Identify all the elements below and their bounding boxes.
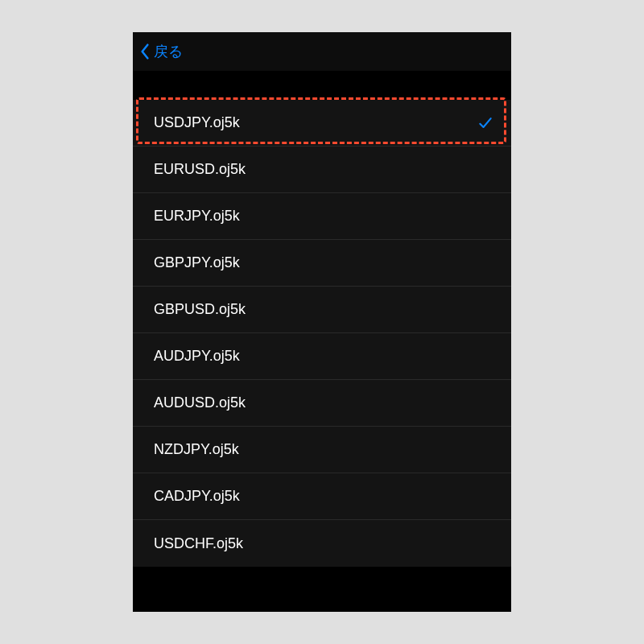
list-item-label: NZDJPY.oj5k: [154, 441, 239, 458]
bottom-spacer: [133, 567, 511, 607]
list-item-label: GBPJPY.oj5k: [154, 254, 240, 271]
list-item[interactable]: USDCHF.oj5k: [133, 520, 511, 567]
list-item[interactable]: AUDUSD.oj5k: [133, 380, 511, 427]
list-item-label: EURJPY.oj5k: [154, 208, 240, 225]
phone-screen: 戻る USDJPY.oj5kEURUSD.oj5kEURJPY.oj5kGBPJ…: [133, 32, 511, 612]
check-icon: [477, 115, 493, 131]
list-item-label: GBPUSD.oj5k: [154, 301, 246, 318]
list-item[interactable]: EURJPY.oj5k: [133, 193, 511, 240]
list-item[interactable]: GBPJPY.oj5k: [133, 240, 511, 287]
list-item-label: CADJPY.oj5k: [154, 488, 240, 505]
spacer-bar: [133, 71, 511, 100]
list-item-label: AUDJPY.oj5k: [154, 348, 240, 365]
symbol-list: USDJPY.oj5kEURUSD.oj5kEURJPY.oj5kGBPJPY.…: [133, 100, 511, 567]
list-item[interactable]: USDJPY.oj5k: [133, 100, 511, 147]
back-label: 戻る: [154, 42, 183, 61]
list-item[interactable]: EURUSD.oj5k: [133, 147, 511, 193]
list-item[interactable]: GBPUSD.oj5k: [133, 287, 511, 333]
list-item-label: USDCHF.oj5k: [154, 535, 243, 552]
list-item[interactable]: NZDJPY.oj5k: [133, 427, 511, 473]
list-item[interactable]: CADJPY.oj5k: [133, 473, 511, 520]
chevron-left-icon: [139, 43, 151, 60]
list-item-label: USDJPY.oj5k: [154, 114, 240, 131]
list-item[interactable]: AUDJPY.oj5k: [133, 333, 511, 380]
back-button[interactable]: 戻る: [139, 42, 183, 61]
list-item-label: AUDUSD.oj5k: [154, 394, 246, 411]
nav-bar: 戻る: [133, 32, 511, 71]
list-item-label: EURUSD.oj5k: [154, 161, 246, 178]
